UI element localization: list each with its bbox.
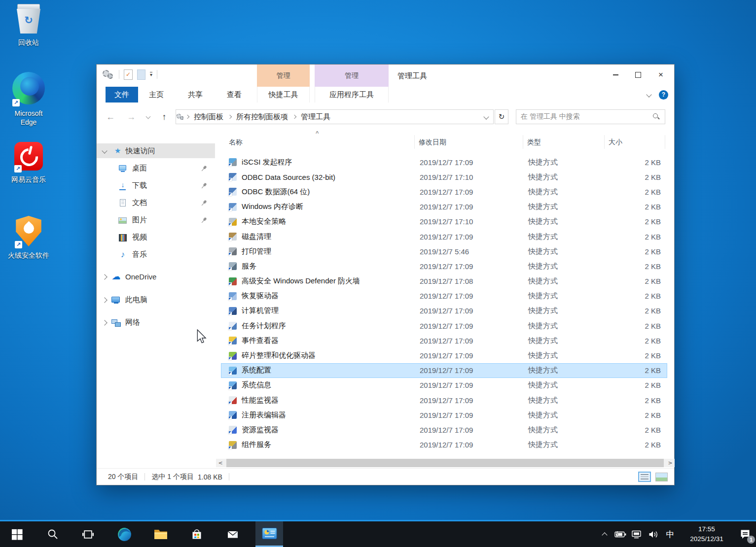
recent-locations-icon[interactable] [143,109,153,124]
expand-icon[interactable] [102,320,107,325]
column-header-date-modified[interactable]: 修改日期 [415,135,523,149]
large-icons-view-button[interactable] [655,473,668,481]
desktop-icon-netease-music[interactable]: ↗ 网易云音乐 [0,142,57,184]
taskbar-store-button[interactable] [185,521,209,547]
table-row[interactable]: 系统信息 2019/12/7 17:09 快捷方式 2 KB [221,378,667,393]
horizontal-scrollbar[interactable]: < > [216,459,675,467]
forward-icon[interactable]: → [124,109,138,124]
battery-status[interactable] [612,521,629,547]
table-row[interactable]: 恢复驱动器 2019/12/7 17:09 快捷方式 2 KB [221,289,667,304]
sidebar-item-pictures[interactable]: 图片 [97,211,215,229]
taskbar-file-explorer-button[interactable] [149,521,173,547]
pin-icon [199,164,208,172]
tab-application-tools[interactable]: 应用程序工具 [315,87,389,103]
tray-expand-button[interactable] [596,521,612,547]
expand-icon[interactable] [102,274,107,279]
taskbar-search-button[interactable] [41,521,65,547]
sidebar-quick-access[interactable]: ★ 快速访问 [97,143,215,158]
breadcrumb-control-panel[interactable]: 控制面板 [190,112,227,122]
maximize-button[interactable] [627,65,649,85]
table-row[interactable]: 事件查看器 2019/12/7 17:09 快捷方式 2 KB [221,333,667,348]
ime-indicator[interactable]: 中 [661,529,679,540]
table-row[interactable]: 本地安全策略 2019/12/7 17:10 快捷方式 2 KB [221,214,667,229]
breadcrumb-admin-tools[interactable]: 管理工具 [297,112,334,122]
sidebar-item-desktop[interactable]: 桌面 [97,160,215,177]
table-row[interactable]: 资源监视器 2019/12/7 17:09 快捷方式 2 KB [221,422,667,437]
file-type: 快捷方式 [524,276,606,286]
tab-home[interactable]: 主页 [142,87,171,103]
ribbon-collapse-icon[interactable] [646,92,651,97]
table-row[interactable]: iSCSI 发起程序 2019/12/7 17:09 快捷方式 2 KB [221,155,667,170]
table-row[interactable]: 计算机管理 2019/12/7 17:09 快捷方式 2 KB [221,304,667,318]
taskbar-clock[interactable]: 17:55 2025/12/31 [679,524,734,544]
new-folder-icon[interactable] [137,69,145,80]
search-box[interactable]: 在 管理工具 中搜索 [516,109,665,124]
expand-icon[interactable] [102,297,107,303]
videos-icon [118,234,131,241]
sidebar-item-network[interactable]: 网络 [97,314,215,331]
tab-shortcut-tools[interactable]: 快捷工具 [257,87,310,103]
sidebar-item-downloads[interactable]: ↓ 下载 [97,177,215,194]
start-button[interactable] [5,521,29,547]
back-icon[interactable]: ← [104,109,117,124]
taskbar-mail-button[interactable] [221,521,245,547]
file-date: 2019/12/7 17:09 [416,441,524,449]
table-row[interactable]: 碎片整理和优化驱动器 2019/12/7 17:09 快捷方式 2 KB [221,348,667,363]
desktop-icon-label: 网易云音乐 [0,175,57,184]
tab-file[interactable]: 文件 [106,87,138,103]
address-dropdown-icon[interactable] [483,114,489,119]
tab-share[interactable]: 共享 [180,87,210,103]
refresh-button[interactable]: ↻ [495,109,508,124]
desktop-icon-edge[interactable]: ↗ Microsoft Edge [0,72,57,127]
address-bar[interactable]: 控制面板 所有控制面板项 管理工具 [176,109,494,124]
sidebar-item-this-pc[interactable]: 此电脑 [97,291,215,308]
action-center-button[interactable]: 1 [734,521,756,547]
table-row[interactable]: ODBC 数据源(64 位) 2019/12/7 17:09 快捷方式 2 KB [221,184,667,199]
table-row[interactable]: 服务 2019/12/7 17:09 快捷方式 2 KB [221,259,667,274]
table-row[interactable]: 注册表编辑器 2019/12/7 17:09 快捷方式 2 KB [221,408,667,422]
properties-icon[interactable]: ✓ [124,69,133,80]
breadcrumb-all-control-panel-items[interactable]: 所有控制面板项 [232,112,292,122]
table-row[interactable]: 打印管理 2019/12/7 5:46 快捷方式 2 KB [221,244,667,259]
table-row[interactable]: 高级安全 Windows Defender 防火墙 2019/12/7 17:0… [221,274,667,289]
sidebar-item-label: 桌面 [132,164,147,173]
table-row[interactable]: 系统配置 2019/12/7 17:09 快捷方式 2 KB [221,363,667,378]
sidebar-item-documents[interactable]: 文档 [97,194,215,211]
tab-view[interactable]: 查看 [219,87,249,103]
network-status[interactable] [629,521,645,547]
collapse-icon[interactable] [102,148,107,153]
volume-status[interactable] [645,521,661,547]
task-scheduler-icon [229,322,237,330]
details-view-button[interactable] [638,472,651,482]
file-name: 性能监视器 [239,396,416,405]
table-row[interactable]: 性能监视器 2019/12/7 17:09 快捷方式 2 KB [221,393,667,408]
table-row[interactable]: 任务计划程序 2019/12/7 17:09 快捷方式 2 KB [221,318,667,333]
scroll-left-icon[interactable]: < [216,459,225,467]
up-icon[interactable]: ↑ [158,109,171,124]
table-row[interactable]: 磁盘清理 2019/12/7 17:09 快捷方式 2 KB [221,229,667,244]
desktop-icon-huorong-security[interactable]: ↗ 火绒安全软件 [0,216,57,260]
table-row[interactable]: ODBC Data Sources (32-bit) 2019/12/7 17:… [221,170,667,184]
column-header-type[interactable]: 类型 [523,135,605,149]
column-header-size[interactable]: 大小 [605,135,665,149]
table-row[interactable]: 组件服务 2019/12/7 17:09 快捷方式 2 KB [221,438,667,452]
scrollbar-thumb[interactable] [226,459,664,467]
sidebar-item-videos[interactable]: 视频 [97,229,215,246]
file-size: 2 KB [606,262,667,271]
help-icon[interactable]: ? [659,90,668,100]
taskbar-admin-tools-button[interactable] [255,521,283,547]
window-controls: × [604,65,672,85]
sidebar-item-onedrive[interactable]: ☁ OneDrive [97,268,215,285]
sidebar-item-music[interactable]: ♪ 音乐 [97,246,215,263]
close-button[interactable]: × [649,65,672,85]
column-header-name[interactable]: 名称 [220,135,415,149]
scroll-right-icon[interactable]: > [666,459,675,467]
customize-qat-icon[interactable]: ▾ [150,72,152,77]
minimize-button[interactable] [604,65,627,85]
table-row[interactable]: Windows 内存诊断 2019/12/7 17:09 快捷方式 2 KB [221,200,667,214]
taskbar-edge-button[interactable] [112,521,136,547]
task-view-button[interactable] [76,521,100,547]
desktop-icon-recycle-bin[interactable]: ↻ 回收站 [0,4,57,47]
navigation-row: ← → ↑ 控制面板 所有控制面板项 管理工具 ↻ 在 管理工具 中搜索 [97,103,674,131]
file-list: ^ 名称 修改日期 类型 大小 iSCSI 发起程序 2019/12/7 17:… [220,131,674,459]
